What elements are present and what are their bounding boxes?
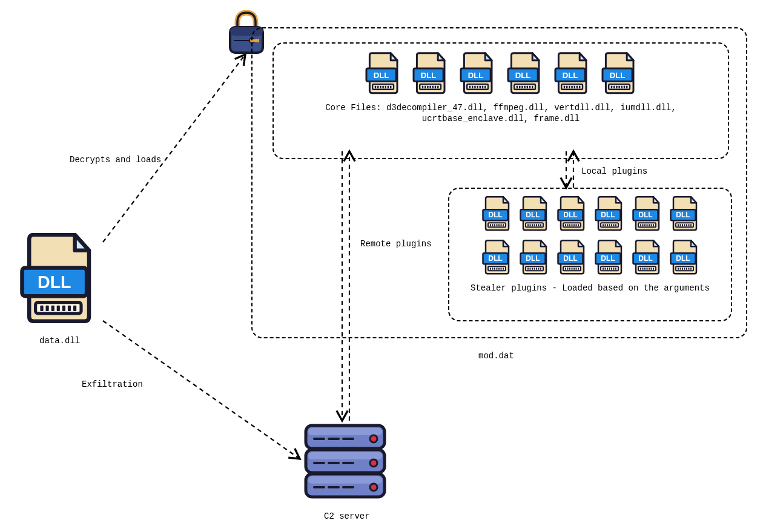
svg-text:DLL: DLL <box>488 211 502 219</box>
core-dll-icon: DLL <box>459 52 495 97</box>
svg-rect-102 <box>571 224 572 226</box>
svg-rect-84 <box>500 224 501 226</box>
svg-text:DLL: DLL <box>676 254 690 263</box>
svg-rect-140 <box>492 268 493 270</box>
svg-rect-133 <box>686 224 687 226</box>
svg-rect-61 <box>569 86 570 88</box>
svg-rect-8 <box>73 306 76 311</box>
svg-rect-119 <box>640 224 641 226</box>
svg-rect-192 <box>684 268 685 270</box>
svg-rect-163 <box>573 268 575 270</box>
svg-rect-91 <box>532 224 533 226</box>
svg-rect-51 <box>521 86 523 88</box>
svg-text:DLL: DLL <box>421 71 437 80</box>
svg-rect-124 <box>650 224 652 226</box>
plugin-dll-icon: DLL <box>594 240 624 277</box>
svg-rect-33 <box>432 86 434 88</box>
svg-rect-101 <box>569 224 570 226</box>
label-decrypts: Decrypts and loads <box>70 155 161 165</box>
arrow-exfiltration <box>103 321 300 459</box>
svg-rect-44 <box>482 86 483 88</box>
svg-text:DLL: DLL <box>638 211 652 219</box>
core-dll-icon: DLL <box>553 52 590 97</box>
svg-rect-2 <box>40 306 43 311</box>
moddat-label: mod.dat <box>478 351 514 361</box>
svg-rect-142 <box>496 268 497 270</box>
svg-rect-40 <box>472 86 473 88</box>
svg-rect-125 <box>653 224 654 226</box>
plugin-dll-icon: DLL <box>669 196 699 234</box>
c2-server-label: C2 server <box>324 511 370 521</box>
svg-rect-200 <box>308 452 382 459</box>
svg-rect-53 <box>527 86 528 88</box>
core-caption-1: Core Files: d3decompiler_47.dll, ffmpeg.… <box>274 103 728 113</box>
svg-rect-201 <box>308 476 382 484</box>
svg-rect-60 <box>566 86 567 88</box>
core-files-box: DLL DLL DLL <box>272 42 729 159</box>
label-local-plugins: Local plugins <box>581 166 647 176</box>
svg-rect-129 <box>678 224 679 226</box>
svg-rect-104 <box>575 224 576 226</box>
svg-rect-64 <box>576 86 578 88</box>
svg-rect-162 <box>571 268 572 270</box>
svg-rect-182 <box>646 268 647 270</box>
stealer-plugins-box: DLL DLL DLL <box>448 188 732 321</box>
svg-rect-20 <box>377 86 378 88</box>
svg-rect-175 <box>615 268 616 270</box>
svg-rect-23 <box>385 86 386 88</box>
svg-rect-70 <box>613 86 615 88</box>
core-dll-icon: DLL <box>412 52 448 97</box>
svg-rect-85 <box>503 224 504 226</box>
svg-rect-31 <box>427 86 428 88</box>
core-caption-2: ucrtbase_enclave.dll, frame.dll <box>274 114 728 123</box>
svg-rect-144 <box>500 268 501 270</box>
svg-rect-103 <box>573 224 575 226</box>
svg-rect-93 <box>536 224 537 226</box>
plugin-dll-icon: DLL <box>669 240 699 277</box>
svg-rect-41 <box>474 86 475 88</box>
svg-rect-7 <box>68 306 71 311</box>
label-remote-plugins: Remote plugins <box>360 239 432 249</box>
svg-rect-190 <box>679 268 681 270</box>
svg-rect-63 <box>574 86 575 88</box>
svg-rect-153 <box>536 268 537 270</box>
svg-rect-92 <box>533 224 535 226</box>
data-dll-icon: DLL <box>18 233 97 326</box>
svg-rect-75 <box>626 86 627 88</box>
svg-rect-50 <box>519 86 520 88</box>
svg-rect-193 <box>686 268 687 270</box>
svg-rect-25 <box>390 86 391 88</box>
svg-rect-141 <box>494 268 495 270</box>
svg-rect-180 <box>642 268 643 270</box>
plugins-caption: Stealer plugins - Loaded based on the ar… <box>449 283 731 293</box>
plugin-dll-row: DLL DLL DLL <box>481 240 699 277</box>
svg-text:DLL: DLL <box>563 254 577 263</box>
svg-rect-151 <box>532 268 533 270</box>
svg-rect-123 <box>649 224 650 226</box>
svg-rect-89 <box>527 224 529 226</box>
svg-rect-81 <box>494 224 495 226</box>
arrow-decrypts <box>103 54 245 242</box>
svg-rect-22 <box>382 86 383 88</box>
svg-rect-29 <box>422 86 423 88</box>
svg-point-212 <box>370 459 377 467</box>
svg-rect-183 <box>649 268 650 270</box>
svg-text:DLL: DLL <box>374 71 389 80</box>
svg-rect-54 <box>529 86 530 88</box>
svg-rect-149 <box>527 268 529 270</box>
plugin-dll-icon: DLL <box>557 240 587 277</box>
svg-text:DLL: DLL <box>610 71 626 80</box>
svg-text:DLL: DLL <box>468 71 484 80</box>
svg-rect-159 <box>565 268 566 270</box>
plugin-dll-icon: DLL <box>632 240 662 277</box>
svg-rect-79 <box>490 224 491 226</box>
svg-rect-111 <box>607 224 608 226</box>
svg-rect-45 <box>484 86 486 88</box>
data-dll-label: data.dll <box>39 336 80 346</box>
svg-rect-130 <box>679 224 681 226</box>
svg-rect-65 <box>579 86 580 88</box>
svg-text:DLL: DLL <box>563 211 577 219</box>
svg-text:DLL: DLL <box>526 254 540 263</box>
svg-rect-39 <box>469 86 471 88</box>
svg-rect-145 <box>503 268 504 270</box>
